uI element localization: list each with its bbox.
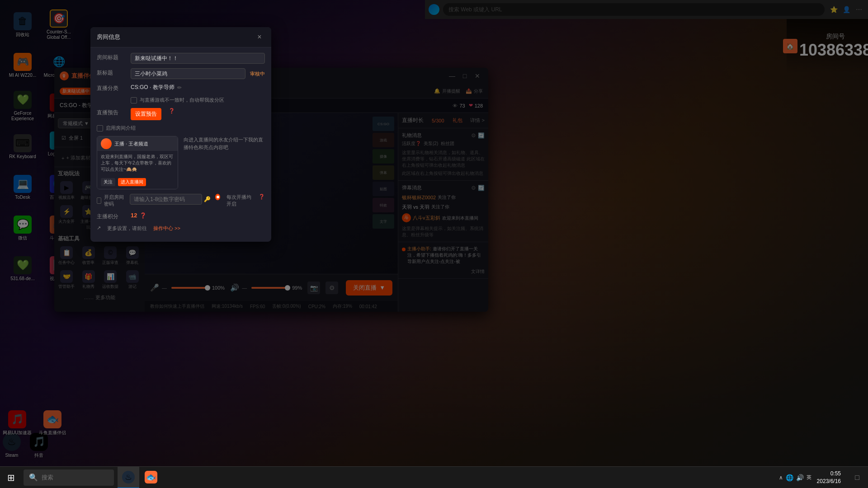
- room-title-label: 房间标题: [97, 53, 126, 61]
- tray-volume-icon[interactable]: 🔊: [796, 474, 804, 481]
- intro-label: 启用房间介绍: [106, 125, 136, 131]
- preview-card: 王播 · 王者频道 欢迎来到直播间，国服老弟，双区可上车，每天下午2点带教学，喜…: [97, 136, 178, 189]
- intro-hint-text: 向进入直播间的水友介绍一下我的直播特色和亮点内容吧: [184, 136, 265, 189]
- modal-body: 房间标题 新标题 审核中 直播分类 CS:GO · 教学导师 ✏: [90, 47, 271, 242]
- score-label: 主播积分: [97, 212, 126, 221]
- more-settings-row: ↗ 更多设置，请前往 操作中心 >>: [97, 225, 265, 232]
- category-edit-icon[interactable]: ✏: [177, 84, 182, 91]
- sync-checkbox-row: 与直播游戏不一致时，自动帮我改分区: [97, 97, 265, 103]
- sync-label: 与直播游戏不一致时，自动帮我改分区: [140, 97, 224, 103]
- modal-header: 房间信息 ×: [90, 27, 271, 47]
- preview-card-username: 王播 · 王者频道: [114, 141, 148, 147]
- preview-help-icon: ❓: [169, 108, 175, 114]
- preview-field-label: 直播预告: [97, 108, 126, 117]
- taskbar-system-tray: ∧ 🌐 🔊 英: [779, 474, 811, 481]
- category-tag: CS:GO · 教学导师 ✏: [131, 84, 182, 91]
- subtitle-row: 新标题 审核中: [97, 68, 265, 79]
- taskbar-clock[interactable]: 0:55 2023/6/16: [811, 470, 846, 485]
- preview-card-description: 欢迎来到直播间，国服老弟，双区可上车，每天下午2点带教学，喜欢的可以点关注~🙈🙊: [97, 151, 178, 175]
- password-option: 开启房间密码: [97, 194, 125, 207]
- modal-title-text: 房间信息: [97, 33, 120, 41]
- clock-date: 2023/6/16: [817, 478, 841, 485]
- modal-close-button[interactable]: ×: [254, 32, 265, 42]
- password-row: 开启房间密码 🔑 每次开播均开启 ❓: [97, 194, 265, 207]
- score-help-icon[interactable]: ❓: [140, 212, 146, 219]
- modal-overlay: 房间信息 × 房间标题 新标题 审核中 直播分类 CS:GO · 教学导师: [0, 0, 868, 488]
- enter-room-button[interactable]: 进入直播间: [118, 178, 146, 186]
- taskbar-app-douyu[interactable]: 🐟: [140, 467, 162, 488]
- taskbar-apps: ♨ 🐟: [116, 467, 779, 488]
- intro-row: 启用房间介绍: [97, 125, 265, 131]
- score-row: 主播积分 12 ❓: [97, 212, 265, 221]
- password-input[interactable]: [130, 194, 202, 205]
- more-settings-label: 更多设置，请前往: [107, 225, 147, 232]
- category-name: CS:GO · 教学导师: [131, 84, 175, 91]
- tray-up-arrow[interactable]: ∧: [779, 474, 783, 481]
- subtitle-input[interactable]: [131, 68, 245, 79]
- subtitle-value-row: 审核中: [131, 68, 265, 79]
- room-info-modal: 房间信息 × 房间标题 新标题 审核中 直播分类 CS:GO · 教学导师: [90, 27, 271, 242]
- password-input-area: 🔑: [130, 194, 211, 205]
- category-row: 直播分类 CS:GO · 教学导师 ✏: [97, 84, 265, 92]
- preview-card-actions: 关注 进入直播间: [97, 175, 178, 189]
- every-open-radio[interactable]: [215, 194, 220, 200]
- intro-card-content: 王播 · 王者频道 欢迎来到直播间，国服老弟，双区可上车，每天下午2点带教学，喜…: [97, 136, 265, 189]
- subtitle-status: 审核中: [250, 70, 265, 77]
- taskbar-time-display: 0:55 2023/6/16: [817, 470, 841, 485]
- taskbar: ⊞ 🔍 ♨ 🐟 ∧ 🌐 🔊 英 0:55 2023/6/16 □: [0, 466, 868, 488]
- subtitle-label: 新标题: [97, 68, 126, 77]
- every-open-label: 每次开播均开启: [226, 194, 252, 207]
- preview-row: 直播预告 设置预告 ❓: [97, 108, 265, 120]
- more-settings-cursor: ↗: [97, 225, 101, 231]
- score-value: 12: [131, 212, 137, 219]
- search-icon: 🔍: [29, 473, 38, 482]
- sync-spacer: [97, 97, 126, 98]
- tray-network-icon[interactable]: 🌐: [786, 474, 793, 481]
- show-desktop-button[interactable]: □: [846, 467, 868, 488]
- sync-option: 与直播游戏不一致时，自动帮我改分区: [131, 97, 224, 103]
- password-checkbox[interactable]: [97, 197, 101, 204]
- room-title-row: 房间标题: [97, 53, 265, 64]
- room-title-input[interactable]: [131, 53, 265, 64]
- every-open-help: ❓: [259, 194, 265, 200]
- preview-card-header: 王播 · 王者频道: [97, 136, 178, 151]
- password-key-icon[interactable]: 🔑: [204, 196, 211, 202]
- start-button[interactable]: ⊞: [0, 467, 22, 488]
- password-label: 开启房间密码: [104, 194, 125, 207]
- score-value-row: 12 ❓: [131, 212, 146, 219]
- intro-checkbox[interactable]: [97, 125, 103, 131]
- taskbar-search-bar[interactable]: 🔍: [24, 469, 114, 486]
- category-label: 直播分类: [97, 84, 126, 92]
- taskbar-app-steam[interactable]: ♨: [118, 467, 139, 488]
- more-settings-link[interactable]: 操作中心 >>: [153, 225, 180, 232]
- clock-time: 0:55: [817, 470, 841, 478]
- tray-ime-label[interactable]: 英: [807, 474, 811, 481]
- intro-card-row: 王播 · 王者频道 欢迎来到直播间，国服老弟，双区可上车，每天下午2点带教学，喜…: [97, 136, 265, 189]
- preview-card-avatar: [101, 138, 112, 149]
- sync-checkbox[interactable]: [131, 97, 137, 103]
- search-input[interactable]: [42, 474, 108, 481]
- follow-button[interactable]: 关注: [101, 178, 115, 186]
- intro-option: 启用房间介绍: [97, 125, 136, 131]
- set-preview-button[interactable]: 设置预告: [131, 108, 161, 120]
